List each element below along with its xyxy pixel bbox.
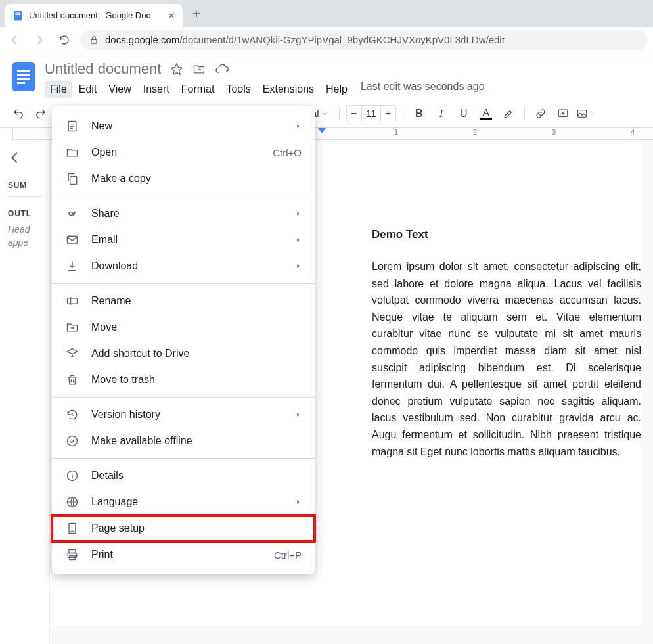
menu-separator [52,458,315,459]
document-title[interactable]: Untitled document [45,60,161,78]
font-size-value[interactable]: 11 [361,106,381,122]
menu-format[interactable]: Format [176,81,220,98]
menu-item-add-shortcut-to-drive[interactable]: Add shortcut to Drive [52,340,315,367]
page-heading[interactable]: Demo Text [372,228,428,241]
menu-item-label: Share [91,208,283,219]
copy-icon [65,172,79,186]
chevron-right-icon [295,237,302,243]
menu-view[interactable]: View [103,81,136,98]
menu-item-label: New [91,120,283,132]
menu-item-share[interactable]: Share [52,200,315,227]
svg-rect-4 [91,39,97,43]
lock-icon [89,35,99,45]
close-tab-icon[interactable] [167,11,176,20]
trash-icon [65,373,79,387]
doc-icon [65,119,79,133]
menu-shortcut: Ctrl+O [273,147,302,158]
offline-icon [65,434,79,448]
share-icon [65,206,79,221]
menu-item-details[interactable]: Details [52,463,315,489]
svg-rect-7 [17,74,30,76]
menu-separator [52,283,315,284]
docs-logo-icon[interactable] [11,60,37,94]
highlight-icon[interactable] [499,104,518,123]
back-button[interactable] [5,31,24,49]
browser-tab[interactable]: Untitled document - Google Doc [5,4,183,27]
menu-item-label: Version history [91,409,283,421]
decrease-font-button[interactable]: − [347,106,361,122]
menu-item-move-to-trash[interactable]: Move to trash [52,367,315,393]
comment-icon[interactable] [554,104,572,123]
menu-item-language[interactable]: Language [52,489,315,515]
font-size-stepper[interactable]: − 11 + [346,105,396,122]
menu-item-make-available-offline[interactable]: Make available offline [52,428,315,454]
menu-item-download[interactable]: Download [52,253,315,279]
svg-rect-8 [17,78,30,80]
forward-button[interactable] [30,31,49,49]
outline-placeholder: Headappe [8,223,41,249]
menu-item-open[interactable]: OpenCtrl+O [52,139,315,166]
chevron-right-icon [295,411,302,418]
increase-font-button[interactable]: + [381,106,395,122]
svg-rect-9 [17,82,25,84]
address-field[interactable]: docs.google.com/document/d/1wANQkil-GzgY… [80,30,648,50]
menu-insert[interactable]: Insert [138,81,175,98]
globe-icon [65,495,79,509]
move-icon[interactable] [192,62,206,76]
menu-item-label: Print [91,549,262,561]
svg-rect-13 [70,177,77,185]
menu-item-page-setup[interactable]: Page setup [52,515,315,541]
chevron-right-icon [295,499,302,505]
cloud-icon[interactable] [215,62,229,76]
menu-item-print[interactable]: PrintCtrl+P [52,541,315,568]
menu-item-label: Email [91,234,283,246]
redo-icon[interactable] [32,104,50,123]
menu-item-new[interactable]: New [52,113,315,139]
menu-edit[interactable]: Edit [74,81,102,98]
link-icon[interactable] [531,104,550,123]
new-tab-button[interactable] [191,8,202,20]
menu-item-move[interactable]: Move [52,314,315,340]
menu-item-label: Add shortcut to Drive [91,348,302,359]
menu-item-label: Page setup [91,522,302,534]
menu-item-email[interactable]: Email [52,227,315,253]
menu-tools[interactable]: Tools [221,81,256,98]
reload-button[interactable] [55,31,74,49]
image-icon[interactable] [576,104,595,123]
menu-item-make-a-copy[interactable]: Make a copy [52,166,315,192]
last-edit-link[interactable]: Last edit was seconds ago [361,81,485,98]
star-icon[interactable] [170,62,183,76]
docs-header: Untitled document File Edit View Insert … [0,53,653,98]
underline-icon[interactable]: U [455,104,473,123]
svg-rect-5 [12,62,35,91]
menu-separator [52,397,315,398]
folder-icon [65,145,79,160]
menu-extensions[interactable]: Extensions [258,81,319,98]
shortcut-icon [65,346,79,361]
menu-file[interactable]: File [45,81,72,98]
tab-title: Untitled document - Google Doc [29,11,162,20]
svg-rect-6 [17,70,30,72]
collapse-outline-icon[interactable] [8,150,41,165]
menu-item-label: Move [91,321,302,333]
bold-icon[interactable]: B [410,104,428,123]
menu-help[interactable]: Help [321,81,353,98]
svg-point-14 [69,212,72,216]
separator [339,106,340,121]
menu-item-version-history[interactable]: Version history [52,402,315,428]
menu-shortcut: Ctrl+P [274,549,302,561]
page-body[interactable]: Lorem ipsum dolor sit amet, consectetur … [372,258,641,460]
menu-separator [52,196,315,196]
print-icon [65,547,79,562]
indent-marker[interactable] [318,128,326,133]
svg-point-17 [68,436,78,446]
menu-item-label: Details [91,470,302,482]
text-color-icon[interactable]: A [477,104,495,123]
menu-item-rename[interactable]: Rename [52,288,315,314]
undo-icon[interactable] [9,104,28,123]
menu-item-label: Language [91,496,283,508]
italic-icon[interactable]: I [432,104,451,123]
file-menu-dropdown: NewOpenCtrl+OMake a copyShareEmailDownlo… [52,106,315,574]
address-bar: docs.google.com/document/d/1wANQkil-GzgY… [0,27,653,53]
menubar: File Edit View Insert Format Tools Exten… [45,81,642,98]
